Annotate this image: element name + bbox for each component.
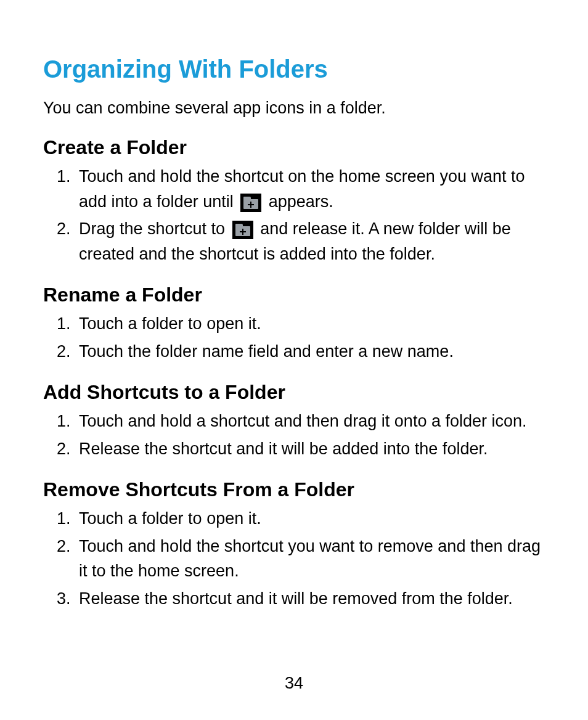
step-text: Touch the folder name field and enter a … — [79, 342, 454, 361]
section-heading-add: Add Shortcuts to a Folder — [43, 381, 545, 404]
step-text: Touch a folder to open it. — [79, 509, 261, 528]
step-text: Touch and hold a shortcut and then drag … — [79, 412, 527, 430]
step-text: Touch a folder to open it. — [79, 314, 261, 333]
step-text: Touch and hold the shortcut you want to … — [79, 537, 541, 581]
list-item: Touch a folder to open it. — [75, 311, 545, 337]
folder-add-icon — [240, 194, 261, 212]
step-text: Release the shortcut and it will be adde… — [79, 440, 488, 458]
document-page: Organizing With Folders You can combine … — [0, 0, 588, 720]
intro-paragraph: You can combine several app icons in a f… — [43, 97, 545, 119]
add-steps: Touch and hold a shortcut and then drag … — [43, 409, 545, 461]
folder-add-icon — [232, 221, 253, 239]
section-heading-remove: Remove Shortcuts From a Folder — [43, 478, 545, 501]
page-title: Organizing With Folders — [43, 55, 545, 83]
page-number: 34 — [0, 674, 588, 693]
rename-steps: Touch a folder to open it. Touch the fol… — [43, 311, 545, 364]
list-item: Drag the shortcut to and release it. A n… — [75, 216, 545, 266]
list-item: Touch and hold the shortcut you want to … — [75, 534, 545, 584]
list-item: Touch and hold a shortcut and then drag … — [75, 409, 545, 434]
step-text: Release the shortcut and it will be remo… — [79, 589, 513, 608]
list-item: Touch and hold the shortcut on the home … — [75, 164, 545, 214]
step-text: appears. — [264, 192, 333, 211]
remove-steps: Touch a folder to open it. Touch and hol… — [43, 506, 545, 611]
list-item: Touch a folder to open it. — [75, 506, 545, 531]
list-item: Release the shortcut and it will be remo… — [75, 586, 545, 612]
list-item: Release the shortcut and it will be adde… — [75, 436, 545, 462]
list-item: Touch the folder name field and enter a … — [75, 339, 545, 364]
step-text: Drag the shortcut to — [79, 219, 230, 238]
section-heading-create: Create a Folder — [43, 136, 545, 159]
section-heading-rename: Rename a Folder — [43, 284, 545, 306]
create-steps: Touch and hold the shortcut on the home … — [43, 164, 545, 266]
